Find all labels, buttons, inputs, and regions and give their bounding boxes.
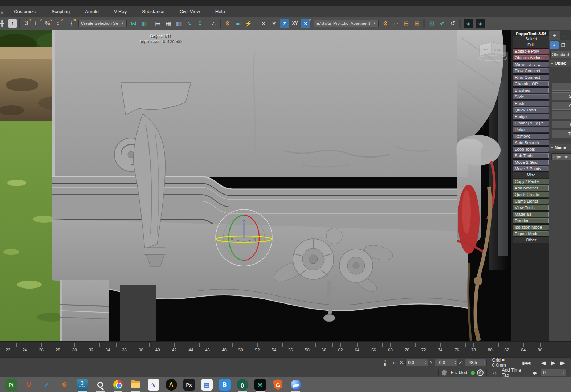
script-gear-button[interactable]: ⚙ — [380, 19, 390, 28]
substance-hex-button[interactable]: ◈ — [464, 19, 473, 28]
blue-swoosh-app-icon[interactable] — [290, 379, 302, 391]
blue-check-app-icon[interactable]: ✔ — [41, 379, 53, 391]
named-selection-set-dropdown[interactable]: Create Selection Se▼ — [78, 20, 127, 27]
green-db-app-icon[interactable]: () — [237, 379, 248, 391]
mirror-button[interactable]: ⋈ — [129, 19, 138, 28]
enabled-count-badge[interactable]: 0 — [477, 369, 484, 376]
rappatools-push-button[interactable]: Push — [513, 101, 549, 106]
object-type-teap-button[interactable]: Teap — [552, 121, 571, 128]
current-frame-field[interactable]: 0 ▲▼ — [541, 369, 566, 376]
layer-manager-button[interactable]: ▤ — [153, 19, 163, 28]
rappatools-planar-x-y-z-button[interactable]: Planar | x | y | z — [513, 120, 549, 126]
undo-timer-button[interactable]: ↺ — [448, 19, 458, 28]
script-nodes-button[interactable]: ⊞ — [412, 19, 422, 28]
rendered-frame-window-button[interactable]: ▣ — [233, 19, 243, 28]
script-list-button[interactable]: ⊟ — [401, 19, 411, 28]
rappatools-relax-button[interactable]: Relax — [513, 127, 549, 132]
create-tab[interactable]: + — [549, 31, 560, 40]
selection-lock-icon[interactable]: ∩▮ — [381, 359, 389, 366]
scene-explorer-button[interactable]: ▦ — [163, 19, 173, 28]
y-coordinate-field[interactable]: -0,0 ▲▼ — [435, 359, 457, 366]
axis-constraint-x-button[interactable]: X — [258, 19, 268, 28]
axis-constraint-y-button[interactable]: Y — [269, 19, 279, 28]
substance-hex-gear-button[interactable]: ◈ — [476, 19, 485, 28]
rappatools-ring-connect-button[interactable]: Ring Connect — [513, 74, 549, 80]
rappatools-view-tools-button[interactable]: View Tools — [513, 205, 549, 211]
video-app-icon[interactable]: ▤ — [201, 379, 213, 391]
next-frame-button[interactable]: ▮▶ — [560, 360, 564, 366]
axis-constraint-x-button[interactable]: Xʔ — [301, 19, 310, 28]
percent-snap-button[interactable]: %ʔ — [42, 19, 52, 28]
orange-u-app-icon[interactable]: U — [23, 379, 35, 391]
file-explorer-icon[interactable] — [130, 379, 142, 391]
geometry-category-button[interactable]: ● — [550, 41, 559, 49]
key-mode-toggle[interactable]: ◀▶ — [532, 371, 537, 375]
rappatools-render-button[interactable]: Render — [513, 218, 549, 224]
rappatools-materials-button[interactable]: Materials — [513, 211, 549, 217]
3dsmax-icon[interactable]: 3MAX — [77, 379, 88, 391]
project-path-dropdown[interactable]: E:\Salta_Proj...tic_Apartment▼ — [314, 20, 379, 27]
object-type-bo-button[interactable]: Bo — [552, 83, 571, 91]
toggle-ribbon-button[interactable]: ▩ — [174, 19, 184, 28]
menu-v-ray[interactable]: V-Ray — [106, 6, 134, 17]
shield-icon[interactable] — [441, 370, 447, 376]
x-coordinate-field[interactable]: 0,0 ▲▼ — [405, 359, 428, 366]
search-app-icon[interactable] — [94, 379, 106, 391]
a-circle-app-icon[interactable]: A — [166, 379, 177, 391]
rappatools-isolation-mode-button[interactable]: Isolation Mode — [513, 224, 549, 230]
blender-icon[interactable]: ʘ — [59, 379, 70, 391]
teal-star-app-icon[interactable]: ✳ — [254, 379, 266, 391]
rappatools-add-modifier-button[interactable]: Add Modifier — [513, 185, 549, 191]
rappatools-editable-poly-button[interactable]: Editable Poly — [513, 48, 549, 54]
rappatools-mirror-x-y-z-button[interactable]: Mirror x y z — [513, 61, 549, 67]
rappatools-quick-create-button[interactable]: Quick Create — [513, 192, 549, 197]
viewport-canvas[interactable]: LEFT FRONT z y x — [0, 30, 511, 341]
object-type-tor-button[interactable]: Tor — [552, 111, 571, 119]
menu-customize[interactable]: Customize — [6, 6, 44, 17]
z-coordinate-field[interactable]: -98,5 ▲▼ — [465, 359, 487, 366]
rappatools-expert-mode-button[interactable]: Expert Mode — [513, 231, 549, 237]
menu-scripting[interactable]: Scripting — [44, 6, 78, 17]
rappatools-chamfer-op-button[interactable]: Chamfer OP — [513, 81, 549, 87]
edit-named-selection-sets-button[interactable]: {✎ — [67, 19, 77, 28]
selection-region-icon[interactable]: ⌗ — [371, 359, 379, 366]
go-to-start-button[interactable]: ▮◀◀ — [522, 360, 530, 366]
object-type-rollout-header[interactable]: ▼Objec — [549, 60, 571, 67]
rappatools-flow-connect-button[interactable]: Flow Connect — [513, 68, 549, 74]
shapes-category-button[interactable]: ❐ — [559, 41, 567, 49]
rappatools-loop-tools-button[interactable]: Loop Tools — [513, 146, 549, 152]
angle-snap-button[interactable]: ∟ʔ — [32, 19, 42, 28]
menu-help[interactable]: Help — [208, 6, 233, 17]
script-folder-button[interactable]: ▱ — [391, 19, 401, 28]
viewport[interactable]: LEFT FRONT z y x — [0, 30, 511, 341]
rappatools-quick-tools-button[interactable]: Quick Tools — [513, 107, 549, 113]
modify-tab[interactable]: ⌐· — [560, 31, 571, 40]
axis-constraint-xy-button[interactable]: XY — [290, 19, 300, 28]
rappatools-copy-paste-button[interactable]: Copy / Paste — [513, 179, 549, 184]
substance-painter-icon[interactable]: Pt — [5, 379, 17, 391]
menu-civil-view[interactable]: Civil View — [172, 6, 208, 17]
rappatools-cams-lights-button[interactable]: Cams Lights — [513, 198, 549, 204]
g-shield-app-icon[interactable]: G — [272, 379, 284, 391]
play-button[interactable]: ▶ — [551, 359, 555, 366]
rappatools-bridge-button[interactable]: Bridge — [513, 114, 549, 119]
rappatools-sub-tools-button[interactable]: Sub Tools — [513, 153, 549, 159]
rappatools-objects-actions-button[interactable]: Objects Actions — [513, 55, 549, 61]
render-production-button[interactable]: ⚡ — [244, 19, 253, 28]
menu-substance[interactable]: Substance — [134, 6, 172, 17]
curve-editor-button[interactable]: ∿ — [184, 19, 194, 28]
rappatools-move-2-grid-button[interactable]: Move 2 Grid — [513, 159, 549, 165]
chrome-icon[interactable] — [112, 379, 124, 391]
object-name-field[interactable]: tripo_no — [551, 153, 571, 160]
rappatools-brushes-button[interactable]: Brushes — [513, 87, 549, 93]
select-and-link-icon[interactable]: ╋ — [0, 19, 7, 28]
rotate-gizmo[interactable]: z y x — [216, 209, 272, 266]
snap-toggle-3d-button[interactable]: 3ʔ — [21, 19, 31, 28]
rappatools-remove-button[interactable]: Remove — [513, 133, 549, 139]
select-object-button[interactable]: ↑ — [8, 19, 17, 28]
previous-frame-button[interactable]: ◀▮ — [541, 360, 546, 366]
rappatools-move-2-points-button[interactable]: Move 2 Points — [513, 166, 549, 172]
check-circle-button[interactable]: ✔ — [437, 19, 447, 28]
primitive-type-dropdown[interactable]: Standard — [550, 51, 571, 58]
rappatools-auto-smooth-button[interactable]: Auto Smooth — [513, 140, 549, 146]
